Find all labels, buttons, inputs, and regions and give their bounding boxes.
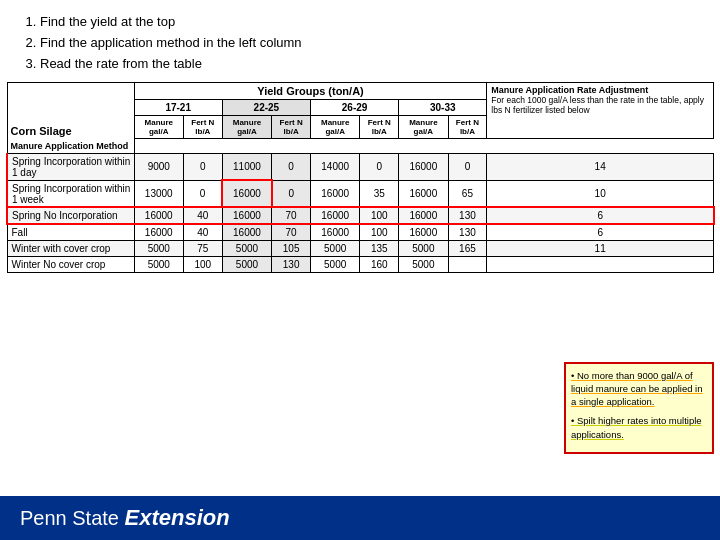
table-row: Winter No cover crop50001005000130500016… [7,256,714,272]
adj-cell: 10 [487,180,714,207]
yield-17-21: 17-21 [134,100,222,116]
row-label: Spring Incorporation within 1 day [7,153,134,180]
data-cell: 165 [448,240,487,256]
method-label: Manure Application Method [7,139,134,154]
table-row: Fall1600040160007016000100160001306 [7,224,714,241]
data-cell: 16000 [222,207,271,224]
data-cell: 16000 [134,207,183,224]
data-cell: 65 [448,180,487,207]
sh-manure-1: Manure gal/A [134,116,183,139]
data-cell: 9000 [134,153,183,180]
data-cell: 5000 [399,256,448,272]
data-cell: 16000 [222,180,271,207]
data-cell: 75 [183,240,222,256]
table-wrapper: Corn Silage Yield Groups (ton/A) Manure … [0,82,720,496]
instructions-list: Find the yield at the top Find the appli… [20,12,700,74]
data-cell: 16000 [134,224,183,241]
row-label: Winter No cover crop [7,256,134,272]
table-body: Spring Incorporation within 1 day9000011… [7,153,714,272]
method-label-row: Manure Application Method [7,139,714,154]
data-cell: 130 [448,224,487,241]
instructions-section: Find the yield at the top Find the appli… [0,0,720,82]
data-cell: 14000 [311,153,360,180]
data-cell: 5000 [222,256,271,272]
sh-fertn-4: Fert N lb/A [448,116,487,139]
data-cell: 0 [448,153,487,180]
yield-groups-header: Yield Groups (ton/A) [134,83,487,100]
data-cell: 0 [360,153,399,180]
yield-30-33: 30-33 [399,100,487,116]
note-box: • No more than 9000 gal/A of liquid manu… [564,362,714,454]
data-cell: 0 [183,180,222,207]
data-cell: 100 [183,256,222,272]
data-cell: 35 [360,180,399,207]
footer: Penn State Extension [0,496,720,540]
instruction-1: Find the yield at the top [40,12,700,33]
sh-fertn-1: Fert N lb/A [183,116,222,139]
row-label: Winter with cover crop [7,240,134,256]
adj-cell: 11 [487,240,714,256]
data-cell: 16000 [399,180,448,207]
row-label: Spring No Incorporation [7,207,134,224]
data-cell: 16000 [311,224,360,241]
adj-cell: 6 [487,207,714,224]
data-cell: 130 [448,207,487,224]
data-cell: 5000 [399,240,448,256]
sh-fertn-3: Fert N lb/A [360,116,399,139]
data-cell: 100 [360,224,399,241]
table-row: Spring No Incorporation16000401600070160… [7,207,714,224]
data-cell [448,256,487,272]
adj-cell: 14 [487,153,714,180]
data-cell: 5000 [311,256,360,272]
sh-manure-4: Manure gal/A [399,116,448,139]
data-cell: 16000 [311,180,360,207]
data-cell: 40 [183,224,222,241]
data-cell: 5000 [134,240,183,256]
brand-ext: Extension [125,505,230,530]
table-row: Spring Incorporation within 1 day9000011… [7,153,714,180]
data-cell: 13000 [134,180,183,207]
instruction-3: Read the rate from the table [40,54,700,75]
data-cell: 160 [360,256,399,272]
data-cell: 16000 [399,153,448,180]
data-cell: 135 [360,240,399,256]
manure-app-rate-header: Manure Application Rate Adjustment For e… [487,83,714,139]
yield-26-29: 26-29 [311,100,399,116]
yield-22-25: 22-25 [222,100,310,116]
sh-manure-3: Manure gal/A [311,116,360,139]
manure-table: Corn Silage Yield Groups (ton/A) Manure … [6,82,714,273]
page-container: Find the yield at the top Find the appli… [0,0,720,540]
data-cell: 0 [272,180,311,207]
row-label: Spring Incorporation within 1 week [7,180,134,207]
data-cell: 100 [360,207,399,224]
data-cell: 40 [183,207,222,224]
adj-cell [487,256,714,272]
brand-name: Penn State [20,507,119,529]
adj-cell: 6 [487,224,714,241]
sh-fertn-2: Fert N lb/A [272,116,311,139]
data-cell: 0 [183,153,222,180]
data-cell: 5000 [134,256,183,272]
data-cell: 5000 [222,240,271,256]
header-row-1: Corn Silage Yield Groups (ton/A) Manure … [7,83,714,100]
sh-manure-2: Manure gal/A [222,116,271,139]
data-cell: 11000 [222,153,271,180]
note-2: • Spilt higher rates into multiple appli… [571,414,707,441]
instruction-2: Find the application method in the left … [40,33,700,54]
data-cell: 70 [272,224,311,241]
data-cell: 16000 [399,224,448,241]
data-cell: 16000 [311,207,360,224]
data-cell: 0 [272,153,311,180]
table-row: Spring Incorporation within 1 week130000… [7,180,714,207]
data-cell: 105 [272,240,311,256]
data-cell: 70 [272,207,311,224]
corn-silage-title: Corn Silage [7,83,134,139]
note-1: • No more than 9000 gal/A of liquid manu… [571,369,707,409]
data-cell: 16000 [222,224,271,241]
footer-logo: Penn State Extension [20,505,230,531]
data-cell: 130 [272,256,311,272]
row-label: Fall [7,224,134,241]
table-row: Winter with cover crop500075500010550001… [7,240,714,256]
data-cell: 16000 [399,207,448,224]
data-cell: 5000 [311,240,360,256]
